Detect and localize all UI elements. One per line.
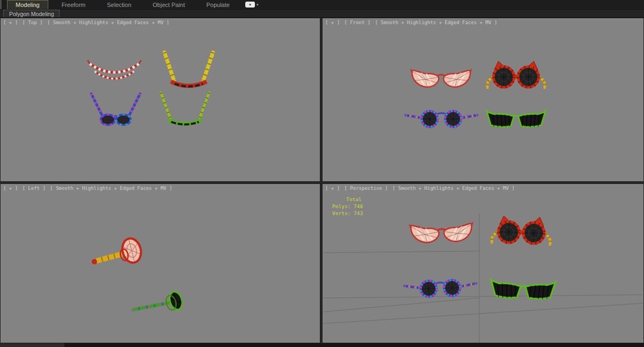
viewport-left[interactable]: [ + ] [ Left ] [ Smooth + Highlights + E… — [0, 183, 320, 343]
ribbon-tab-freeform[interactable]: Freeform — [54, 0, 94, 9]
ribbon-minimize-button[interactable]: ▾ ▾ — [245, 2, 259, 8]
viewport-shading-menu[interactable]: [ Smooth + Highlights + Edged Faces + MV… — [375, 20, 497, 25]
3dsmax-window: Modeling Freeform Selection Object Paint… — [0, 0, 644, 347]
ribbon-tab-selection[interactable]: Selection — [99, 0, 139, 9]
viewport-front[interactable]: [ + ] [ Front ] [ Smooth + Highlights + … — [322, 18, 644, 182]
viewport-general-menu[interactable]: [ + ] — [3, 186, 18, 191]
poly-count-overlay: Total Polys: 740 Verts: 743 — [332, 196, 363, 217]
viewport-pov-menu[interactable]: [ Perspective ] — [345, 186, 388, 191]
window-edge-highlight — [0, 0, 2, 9]
ribbon-panel-bar: Polygon Modeling — [0, 10, 644, 18]
model-pink-cat-eye-glasses[interactable] — [409, 222, 473, 243]
viewport-top-label: [ + ] [ Top ] [ Smooth + Highlights + Ed… — [3, 20, 171, 26]
model-round-rainbow-blue-glasses[interactable] — [405, 279, 477, 297]
model-red-goggles-yellow-straps[interactable] — [164, 53, 213, 87]
ribbon-tab-modeling[interactable]: Modeling — [7, 0, 48, 9]
model-green-cat-eye-glasses[interactable] — [489, 278, 557, 300]
viewport-shading-menu[interactable]: [ Smooth + Highlights + Edged Faces + MV… — [47, 20, 170, 25]
viewport-pov-menu[interactable]: [ Front ] — [345, 20, 371, 25]
viewport-top[interactable]: [ + ] [ Top ] [ Smooth + Highlights + Ed… — [0, 18, 320, 182]
viewport-general-menu[interactable]: [ + ] — [325, 186, 340, 191]
poly-count-title: Total — [346, 196, 362, 202]
viewport-perspective-canvas[interactable] — [323, 184, 643, 343]
viewport-top-canvas[interactable] — [1, 18, 320, 181]
viewport-left-canvas[interactable] — [1, 184, 320, 343]
model-red-goggles-side[interactable] — [92, 237, 143, 265]
chevron-down-icon: ▾ — [257, 3, 259, 7]
poly-count-polys: Polys: 740 — [332, 203, 363, 209]
model-red-goggles-yellow-straps[interactable] — [492, 216, 551, 245]
viewport-front-label: [ + ] [ Front ] [ Smooth + Highlights + … — [325, 20, 499, 26]
ribbon-minimize-icon: ▾ — [245, 2, 255, 8]
model-green-cat-eye-glasses[interactable] — [486, 110, 547, 127]
viewport-perspective-label: [ + ] [ Perspective ] [ Smooth + Highlig… — [325, 186, 516, 191]
model-pink-cat-eye-glasses[interactable] — [411, 69, 472, 87]
viewport-front-canvas[interactable] — [323, 18, 643, 181]
viewport-perspective[interactable]: [ + ] [ Perspective ] [ Smooth + Highlig… — [322, 183, 644, 343]
viewport-general-menu[interactable]: [ + ] — [325, 20, 340, 25]
viewport-shading-menu[interactable]: [ Smooth + Highlights + Edged Faces + MV… — [50, 186, 172, 191]
model-green-cat-eye-glasses[interactable] — [161, 93, 209, 124]
status-bar-segment — [0, 343, 64, 347]
model-green-glasses-side[interactable] — [133, 290, 184, 311]
home-grid — [323, 213, 643, 343]
panel-tab-polygon-modeling[interactable]: Polygon Modeling — [3, 10, 60, 17]
model-round-rainbow-blue-glasses[interactable] — [406, 111, 477, 127]
status-bar — [0, 343, 644, 347]
poly-count-verts: Verts: 743 — [332, 210, 363, 216]
viewport-general-menu[interactable]: [ + ] — [3, 20, 18, 25]
ribbon-tab-bar: Modeling Freeform Selection Object Paint… — [0, 0, 644, 10]
model-red-goggles-yellow-straps[interactable] — [487, 61, 545, 88]
model-round-rainbow-blue-glasses[interactable] — [91, 94, 140, 125]
viewport-shading-menu[interactable]: [ Smooth + Highlights + Edged Faces + MV… — [392, 186, 515, 191]
ribbon-tab-populate[interactable]: Populate — [198, 0, 237, 9]
viewport-pov-menu[interactable]: [ Top ] — [23, 20, 43, 25]
viewport-pov-menu[interactable]: [ Left ] — [23, 186, 46, 191]
model-pink-cat-eye-glasses[interactable] — [87, 60, 141, 78]
ribbon-tab-object-paint[interactable]: Object Paint — [145, 0, 193, 9]
viewport-left-label: [ + ] [ Left ] [ Smooth + Highlights + E… — [3, 186, 174, 191]
